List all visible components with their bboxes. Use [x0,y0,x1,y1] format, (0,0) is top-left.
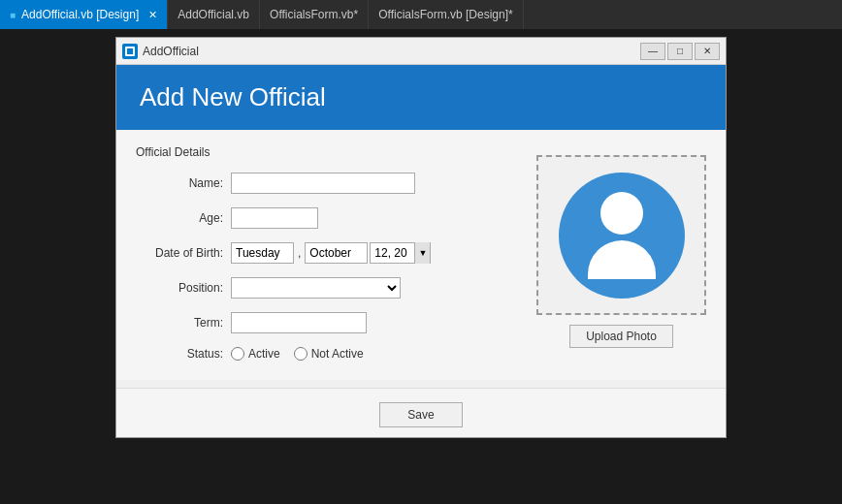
window-controls: — □ ✕ [640,43,720,60]
form-body: Official Details Name: Age: Date of Birt… [116,130,726,380]
dob-arrow-button[interactable]: ▼ [414,242,430,264]
window-title-text: AddOfficial [143,45,199,58]
dob-day-value: Tuesday [236,246,280,260]
tab-label-addofficial-vb: AddOfficial.vb [178,8,249,21]
avatar-circle [559,173,685,299]
position-row: Position: Manager Supervisor Officer [136,277,517,299]
tab-officialsform-design[interactable]: OfficialsForm.vb [Design]* [369,0,524,29]
status-active-item: Active [231,347,280,361]
window-title-left: AddOfficial [122,44,199,59]
name-row: Name: [136,173,517,194]
age-label: Age: [136,211,223,225]
avatar-container [536,155,706,315]
status-row: Status: Active Not Active [136,347,517,361]
app-window: ■ AddOfficial.vb [Design] ✕ AddOfficial.… [0,0,842,504]
tab-addofficial-vb[interactable]: AddOfficial.vb [168,0,260,29]
status-label: Status: [136,347,223,361]
dob-container: Tuesday , October ▼ [231,242,431,264]
avatar-body [588,240,656,279]
avatar-head [600,192,643,235]
form-header: Add New Official [116,65,726,130]
maximize-button[interactable]: □ [667,43,693,60]
tab-close-addofficial-design[interactable]: ✕ [148,9,157,21]
status-radio-group: Active Not Active [231,347,364,361]
minimize-button[interactable]: — [640,43,665,60]
form-window: AddOfficial — □ ✕ Add New Official Offic… [115,37,727,438]
window-titlebar: AddOfficial — □ ✕ [116,38,726,65]
name-label: Name: [136,176,223,190]
status-notactive-radio[interactable] [294,347,308,361]
age-row: Age: [136,207,517,229]
dob-separator1: , [296,246,303,260]
name-input[interactable] [231,173,415,194]
dob-row: Date of Birth: Tuesday , October [136,242,517,264]
form-icon [122,44,138,59]
dob-year-field: ▼ [370,242,431,264]
tab-label-addofficial-design: AddOfficial.vb [Design] [21,8,139,21]
form-right: Upload Photo [536,145,706,361]
tab-label-officialsform-vb: OfficialsForm.vb* [270,8,358,21]
age-input[interactable] [231,207,318,229]
dob-month-field[interactable]: October [305,242,368,264]
status-active-label: Active [248,347,280,361]
status-notactive-item: Not Active [294,347,364,361]
position-select[interactable]: Manager Supervisor Officer [231,277,401,299]
status-active-radio[interactable] [231,347,244,361]
position-label: Position: [136,281,223,295]
dob-day-field[interactable]: Tuesday [231,242,294,264]
upload-photo-button[interactable]: Upload Photo [569,325,673,348]
save-row: Save [116,388,726,437]
form-left: Official Details Name: Age: Date of Birt… [136,145,517,361]
form-title: Add New Official [140,82,702,112]
status-notactive-label: Not Active [311,347,364,361]
content-area: AddOfficial — □ ✕ Add New Official Offic… [0,29,842,504]
term-label: Term: [136,316,223,330]
term-row: Term: [136,312,517,333]
dob-month-value: October [309,246,351,260]
dob-label: Date of Birth: [136,246,223,260]
tab-icon-addofficial-design: ■ [10,10,16,20]
dob-year-input[interactable] [371,243,414,263]
tab-bar: ■ AddOfficial.vb [Design] ✕ AddOfficial.… [0,0,842,29]
tab-label-officialsform-design: OfficialsForm.vb [Design]* [378,8,513,21]
close-window-button[interactable]: ✕ [695,43,720,60]
term-input[interactable] [231,312,367,333]
section-label: Official Details [136,145,517,159]
tab-addofficial-design[interactable]: ■ AddOfficial.vb [Design] ✕ [0,0,168,29]
save-button[interactable]: Save [379,402,462,427]
tab-officialsform-vb[interactable]: OfficialsForm.vb* [260,0,369,29]
